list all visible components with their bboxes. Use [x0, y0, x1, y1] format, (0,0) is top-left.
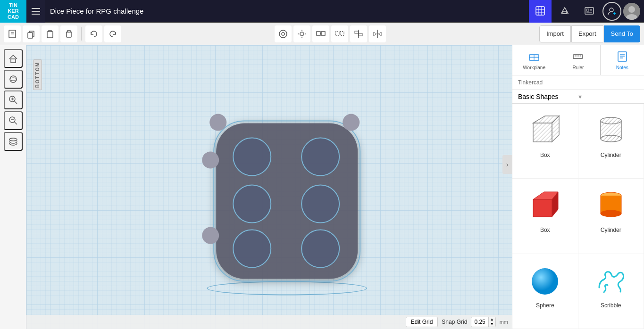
svg-point-46 — [10, 76, 17, 82]
workplane-button[interactable]: Workplane — [512, 45, 556, 75]
ungroup-button[interactable] — [331, 25, 348, 42]
svg-rect-2 — [32, 14, 40, 15]
svg-rect-41 — [359, 33, 362, 36]
svg-rect-26 — [67, 32, 71, 37]
import-button[interactable]: Import — [539, 25, 571, 42]
snap-unit: mm — [500, 319, 508, 325]
shape-scribble-label: Scribble — [601, 302, 621, 309]
svg-rect-38 — [340, 32, 344, 35]
pip-bot-right — [301, 230, 340, 268]
build-button[interactable] — [553, 0, 576, 23]
shape-cylinder-hollow[interactable]: Cylinder — [578, 104, 644, 179]
copy-button[interactable] — [23, 25, 40, 42]
grid-controls: Edit Grid Snap Grid 0.25 ▲ ▼ mm — [26, 315, 512, 329]
pip-mid-left — [233, 185, 271, 223]
svg-marker-79 — [533, 199, 552, 217]
svg-line-53 — [14, 122, 17, 125]
svg-rect-40 — [355, 31, 359, 33]
hamburger-button[interactable] — [26, 0, 45, 23]
group-button[interactable] — [312, 25, 329, 42]
svg-point-87 — [532, 268, 558, 295]
shapes-selector-label: Basic Shapes — [518, 93, 578, 100]
ruler-label: Ruler — [573, 65, 584, 70]
tinkercad-logo[interactable]: TIN KER CAD — [0, 0, 26, 23]
shape-box-hollow-label: Box — [540, 152, 550, 158]
svg-point-18 — [628, 6, 635, 13]
svg-rect-8 — [563, 11, 567, 14]
snap-value-input[interactable]: 0.25 ▲ ▼ — [471, 317, 495, 327]
shape-box-hollow[interactable]: Box — [512, 104, 578, 179]
snap-up-arrow[interactable]: ▲ — [489, 317, 495, 322]
notes-button[interactable]: Notes — [601, 45, 644, 75]
zoom-in-button[interactable] — [4, 90, 23, 109]
add-user-button[interactable] — [602, 2, 621, 21]
right-top-toolbar: Workplane Ruler Notes — [512, 45, 644, 75]
top-right-actions — [529, 0, 644, 23]
view-button[interactable] — [275, 25, 292, 42]
tinkercad-header: Tinkercad — [512, 75, 644, 90]
shape-cylinder-hollow-label: Cylinder — [601, 152, 621, 158]
svg-rect-1 — [32, 11, 40, 12]
export-button[interactable]: Export — [571, 25, 603, 42]
svg-point-29 — [300, 32, 304, 36]
shapes-selector[interactable]: Basic Shapes ▾ — [512, 90, 644, 104]
bump-top-left — [209, 114, 226, 131]
shape-box-solid[interactable]: Box — [512, 179, 578, 254]
shape-scribble[interactable]: Scribble — [578, 254, 644, 329]
right-panel: Workplane Ruler Notes — [512, 45, 644, 329]
zoom-out-button[interactable] — [4, 111, 23, 130]
svg-rect-45 — [11, 59, 16, 63]
selection-outline — [207, 281, 367, 296]
shape-sphere-label: Sphere — [536, 302, 554, 309]
svg-marker-70 — [533, 123, 552, 142]
secondary-toolbar: Import Export Send To — [0, 23, 644, 45]
edit-grid-button[interactable]: Edit Grid — [406, 317, 438, 327]
align-button[interactable] — [350, 25, 367, 42]
gallery-button[interactable] — [578, 0, 601, 23]
svg-point-28 — [282, 33, 284, 35]
snap-down-arrow[interactable]: ▼ — [489, 322, 495, 327]
layer-button[interactable] — [4, 132, 23, 151]
user-avatar[interactable] — [623, 3, 640, 20]
project-title: Dice Piece for RPG challenge — [50, 7, 529, 15]
panel-toggle-button[interactable]: › — [502, 155, 512, 174]
pip-bot-left — [233, 230, 271, 268]
svg-rect-0 — [32, 8, 40, 9]
svg-rect-25 — [47, 32, 53, 38]
send-to-button[interactable]: Send To — [604, 25, 640, 42]
orbit-button[interactable] — [4, 70, 23, 89]
bump-mid-left-top — [202, 152, 219, 169]
light-button[interactable] — [293, 25, 310, 42]
viewport[interactable]: BOTTOM — [26, 45, 512, 329]
bump-top-right — [343, 114, 360, 131]
ruler-button[interactable]: Ruler — [556, 45, 600, 75]
snap-arrows[interactable]: ▲ ▼ — [488, 317, 495, 327]
shape-box-solid-label: Box — [540, 227, 550, 233]
paste-button[interactable] — [42, 25, 59, 42]
home-view-button[interactable] — [4, 49, 23, 68]
undo-button[interactable] — [85, 25, 102, 42]
notes-label: Notes — [616, 65, 628, 70]
3d-view-button[interactable] — [529, 0, 552, 23]
shape-cylinder-solid[interactable]: Cylinder — [578, 179, 644, 254]
shapes-grid: Box Cylinder — [512, 104, 644, 329]
svg-marker-43 — [374, 32, 376, 36]
svg-rect-59 — [529, 55, 539, 58]
svg-rect-34 — [317, 32, 320, 35]
pip-top-left — [233, 138, 271, 176]
topbar: TIN KER CAD Dice Piece for RPG challenge — [0, 0, 644, 23]
main-area: BOTTOM — [0, 45, 644, 329]
shape-sphere[interactable]: Sphere — [512, 254, 578, 329]
snap-value-display: 0.25 — [471, 318, 488, 326]
mirror-button[interactable] — [369, 25, 386, 42]
redo-button[interactable] — [104, 25, 121, 42]
new-button[interactable] — [4, 25, 21, 42]
dice-object[interactable] — [202, 114, 362, 288]
svg-rect-60 — [573, 55, 583, 58]
pip-top-right — [301, 138, 340, 176]
svg-point-14 — [610, 8, 613, 12]
delete-button[interactable] — [60, 25, 77, 42]
tinkercad-label: Tinkercad — [518, 79, 543, 86]
svg-rect-3 — [536, 7, 544, 15]
snap-grid-label: Snap Grid — [442, 319, 467, 325]
